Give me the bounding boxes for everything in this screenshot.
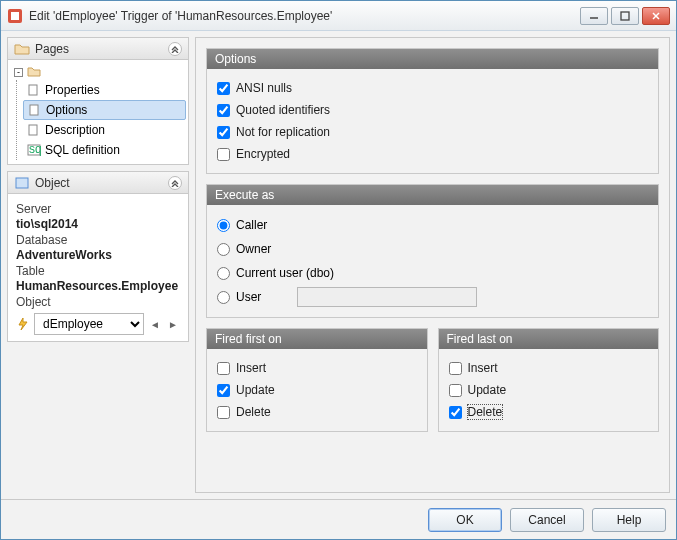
owner-label: Owner — [236, 242, 271, 256]
help-button[interactable]: Help — [592, 508, 666, 532]
fired-first-delete-checkbox[interactable] — [217, 406, 230, 419]
fired-last-insert-label: Insert — [468, 361, 498, 375]
object-panel-title: Object — [35, 176, 168, 190]
object-select-row: dEmployee ◄ ► — [16, 313, 180, 335]
chevron-up-icon[interactable] — [168, 176, 182, 190]
caller-label: Caller — [236, 218, 267, 232]
server-label: Server — [16, 202, 180, 216]
fired-first-delete-label: Delete — [236, 405, 271, 419]
fired-last-delete-label: Delete — [468, 405, 503, 419]
user-label: User — [236, 290, 261, 304]
table-value: HumanResources.Employee — [16, 279, 180, 293]
prev-button[interactable]: ◄ — [148, 315, 162, 333]
tree-item-properties[interactable]: Properties — [23, 80, 186, 100]
database-value: AdventureWorks — [16, 248, 180, 262]
spacer — [206, 442, 659, 482]
collapse-icon[interactable]: - — [14, 68, 23, 77]
not-for-replication-label: Not for replication — [236, 125, 330, 139]
fired-first-title: Fired first on — [207, 329, 427, 349]
caller-radio[interactable] — [217, 219, 230, 232]
next-button[interactable]: ► — [166, 315, 180, 333]
right-column: Options ANSI nulls Quoted identifiers No… — [195, 37, 670, 493]
pages-panel-header[interactable]: Pages — [8, 38, 188, 60]
radio-row-current-user: Current user (dbo) — [217, 261, 648, 285]
body: Pages - Properties — [1, 31, 676, 499]
close-button[interactable] — [642, 7, 670, 25]
pages-tree: - Properties Options — [8, 60, 188, 164]
quoted-identifiers-label: Quoted identifiers — [236, 103, 330, 117]
quoted-identifiers-checkbox[interactable] — [217, 104, 230, 117]
sql-icon: sql — [27, 144, 41, 156]
tree-root[interactable]: - — [10, 64, 186, 80]
svg-rect-6 — [29, 85, 37, 95]
cancel-button[interactable]: Cancel — [510, 508, 584, 532]
tree-item-label: Properties — [45, 83, 100, 97]
tree-item-label: Description — [45, 123, 105, 137]
fired-first-update-checkbox[interactable] — [217, 384, 230, 397]
checkbox-row-not-for-replication: Not for replication — [217, 121, 648, 143]
page-icon — [28, 104, 42, 116]
window: Edit 'dEmployee' Trigger of 'HumanResour… — [0, 0, 677, 540]
ansi-nulls-checkbox[interactable] — [217, 82, 230, 95]
execute-as-group: Execute as Caller Owner Current user (db… — [206, 184, 659, 318]
svg-rect-1 — [11, 12, 19, 20]
server-value: tio\sql2014 — [16, 217, 180, 231]
svg-rect-11 — [16, 178, 28, 188]
database-label: Database — [16, 233, 180, 247]
user-input[interactable] — [297, 287, 477, 307]
encrypted-checkbox[interactable] — [217, 148, 230, 161]
left-column: Pages - Properties — [7, 37, 189, 493]
fired-last-insert-checkbox[interactable] — [449, 362, 462, 375]
execute-as-group-title: Execute as — [207, 185, 658, 205]
pages-panel: Pages - Properties — [7, 37, 189, 165]
options-group-title: Options — [207, 49, 658, 69]
fired-first-group: Fired first on Insert Update Delete — [206, 328, 428, 432]
fired-first-insert-checkbox[interactable] — [217, 362, 230, 375]
radio-row-owner: Owner — [217, 237, 648, 261]
tree-item-label: Options — [46, 103, 87, 117]
ansi-nulls-label: ANSI nulls — [236, 81, 292, 95]
maximize-button[interactable] — [611, 7, 639, 25]
app-icon — [7, 8, 23, 24]
tree-item-options[interactable]: Options — [23, 100, 186, 120]
tree-item-label: SQL definition — [45, 143, 120, 157]
encrypted-label: Encrypted — [236, 147, 290, 161]
svg-rect-7 — [30, 105, 38, 115]
svg-rect-8 — [29, 125, 37, 135]
fired-last-delete-checkbox[interactable] — [449, 406, 462, 419]
checkbox-row-encrypted: Encrypted — [217, 143, 648, 165]
object-label: Object — [16, 295, 180, 309]
svg-rect-3 — [621, 12, 629, 20]
user-radio[interactable] — [217, 291, 230, 304]
folder-icon — [14, 42, 30, 56]
folder-icon — [27, 66, 41, 78]
fired-first-update-label: Update — [236, 383, 275, 397]
ok-button[interactable]: OK — [428, 508, 502, 532]
chevron-up-icon[interactable] — [168, 42, 182, 56]
fired-last-update-label: Update — [468, 383, 507, 397]
tree-item-sql-definition[interactable]: sql SQL definition — [23, 140, 186, 160]
current-user-radio[interactable] — [217, 267, 230, 280]
fired-row: Fired first on Insert Update Delete Fire… — [206, 328, 659, 432]
svg-text:sql: sql — [29, 144, 41, 156]
radio-row-caller: Caller — [217, 213, 648, 237]
options-group: Options ANSI nulls Quoted identifiers No… — [206, 48, 659, 174]
fired-last-title: Fired last on — [439, 329, 659, 349]
window-title: Edit 'dEmployee' Trigger of 'HumanResour… — [29, 9, 580, 23]
checkbox-row-ansi-nulls: ANSI nulls — [217, 77, 648, 99]
object-select[interactable]: dEmployee — [34, 313, 144, 335]
minimize-button[interactable] — [580, 7, 608, 25]
not-for-replication-checkbox[interactable] — [217, 126, 230, 139]
owner-radio[interactable] — [217, 243, 230, 256]
fired-last-update-checkbox[interactable] — [449, 384, 462, 397]
footer: OK Cancel Help — [1, 499, 676, 539]
page-icon — [27, 84, 41, 96]
table-label: Table — [16, 264, 180, 278]
window-buttons — [580, 7, 670, 25]
tree-children: Properties Options Description sql S — [16, 80, 186, 160]
object-panel-header[interactable]: Object — [8, 172, 188, 194]
titlebar: Edit 'dEmployee' Trigger of 'HumanResour… — [1, 1, 676, 31]
tree-item-description[interactable]: Description — [23, 120, 186, 140]
pages-panel-title: Pages — [35, 42, 168, 56]
trigger-icon — [16, 317, 30, 331]
